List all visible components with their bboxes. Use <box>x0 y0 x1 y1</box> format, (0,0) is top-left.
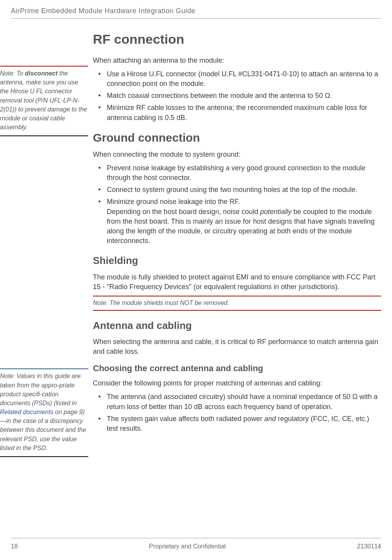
note-text: Note: The module shields must NOT be rem… <box>93 300 229 306</box>
list-item: Use a Hirose U.FL connector (model U.FL … <box>93 69 381 89</box>
running-header: AirPrime Embedded Module Hardware Integr… <box>11 0 381 19</box>
list-item: Minimize ground noise leakage into the R… <box>93 197 381 246</box>
list-item: Connect to system ground using the two m… <box>93 185 381 195</box>
bullet-text: Depending on the host board design, nois… <box>107 208 260 216</box>
bullet-text: Match coaxial connections between the mo… <box>107 92 332 99</box>
heading-ground-connection: Ground connection <box>93 130 381 146</box>
antenna-para: When selecting the antenna and cable, it… <box>93 337 381 356</box>
shielding-para: The module is fully shielded to protect … <box>93 272 381 292</box>
footer-center: Proprietary and Confidential <box>149 543 226 550</box>
rf-intro: When attaching an antenna to the module: <box>93 56 381 65</box>
heading-rf-connection: RF connection <box>93 30 381 49</box>
inline-note-shields: Note: The module shields must NOT be rem… <box>93 296 381 310</box>
bullet-text: The system gain value affects both radia… <box>107 415 264 423</box>
italic-text: potentially <box>260 208 291 216</box>
main-content: RF connection When attaching an antenna … <box>93 27 381 466</box>
page-number: 18 <box>11 543 18 550</box>
ground-intro: When connecting the module to system gro… <box>93 150 381 159</box>
antenna-subintro: Consider the following points for proper… <box>93 378 381 388</box>
bullet-text: Minimize RF cable losses to the antenna;… <box>107 104 367 121</box>
doc-title: AirPrime Embedded Module Hardware Integr… <box>11 7 195 15</box>
footer: 18 Proprietary and Confidential 2130114 <box>11 538 381 550</box>
italic-text: and <box>264 415 276 423</box>
rf-bullets: Use a Hirose U.FL connector (model U.FL … <box>93 69 381 123</box>
bullet-text: Connect to system ground using the two m… <box>107 186 357 194</box>
antenna-bullets: The antenna (and associated circuitry) s… <box>93 392 381 433</box>
list-item: Prevent noise leakage by establishing a … <box>93 163 381 183</box>
footer-docid: 2130114 <box>357 543 381 550</box>
note-text: the antenna, make sure you use the Hiros… <box>0 70 87 130</box>
spacer <box>0 27 88 66</box>
list-item: Match coaxial connections between the mo… <box>93 91 381 101</box>
sidenote-psd: Note: Values in this guide are taken fro… <box>0 368 88 457</box>
list-item: Minimize RF cable losses to the antenna;… <box>93 103 381 122</box>
list-item: The antenna (and associated circuitry) s… <box>93 392 381 411</box>
spacer <box>0 146 88 368</box>
note-text: Note: Values in this guide are taken fro… <box>0 373 80 406</box>
heading-choosing-antenna: Choosing the correct antenna and cabling <box>93 363 381 375</box>
bullet-text: Use a Hirose U.FL connector (model U.FL … <box>107 70 378 87</box>
heading-antenna-cabling: Antenna and cabling <box>93 319 381 332</box>
ground-bullets: Prevent noise leakage by establishing a … <box>93 163 381 246</box>
sidenote-disconnect: Note: To disconnect the antenna, make su… <box>0 66 88 136</box>
bullet-text: Minimize ground noise leakage into the R… <box>107 198 240 206</box>
page-body: Note: To disconnect the antenna, make su… <box>0 23 392 466</box>
related-documents-link[interactable]: Related documents <box>0 409 53 415</box>
list-item: The system gain value affects both radia… <box>93 414 381 433</box>
note-bold: disconnect <box>25 70 57 77</box>
note-text: Note: To <box>0 70 25 77</box>
bullet-text: The antenna (and associated circuitry) s… <box>107 393 378 410</box>
heading-shielding: Shielding <box>93 253 381 267</box>
bullet-text: Prevent noise leakage by establishing a … <box>107 164 365 182</box>
sidebar: Note: To disconnect the antenna, make su… <box>0 27 93 466</box>
